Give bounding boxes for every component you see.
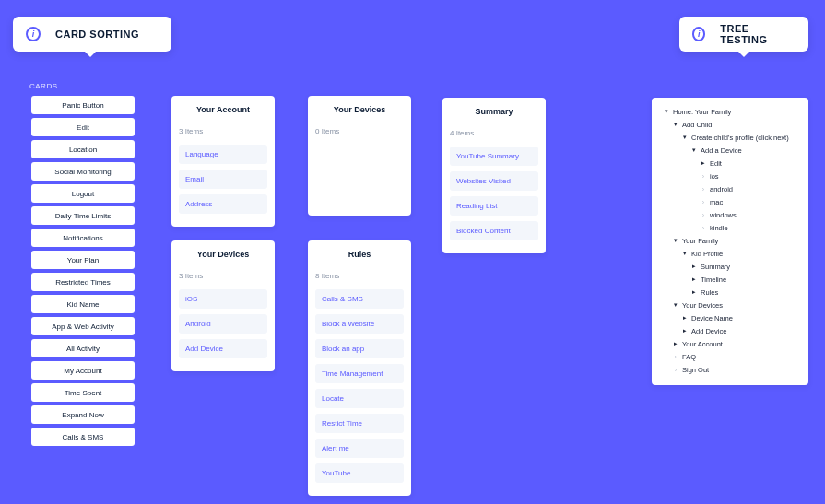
tree-label: Rules — [701, 288, 718, 297]
card-item[interactable]: Calls & SMS — [31, 428, 135, 446]
chevron-down-icon[interactable]: ▾ — [672, 237, 679, 244]
column-item[interactable]: Reading List — [450, 196, 538, 216]
card-item[interactable]: Notifications — [31, 229, 135, 247]
tree-row[interactable]: ›Sign Out — [657, 363, 803, 376]
card-item[interactable]: Restricted Times — [31, 273, 135, 291]
tree-row[interactable]: ▸Your Account — [657, 337, 803, 350]
tree-row[interactable]: ›mac — [657, 195, 803, 208]
card-item[interactable]: App & Web Activity — [31, 317, 135, 335]
card-item[interactable]: Edit — [31, 118, 135, 136]
column-item[interactable]: Block an app — [315, 339, 404, 358]
column-count: 8 Items — [315, 272, 404, 280]
bullet-icon: › — [672, 354, 679, 360]
sort-column-devices-c[interactable]: Your Devices0 Items — [308, 96, 411, 216]
column-item[interactable]: Websites Visited — [450, 171, 538, 191]
tree-row[interactable]: ›FAQ — [657, 350, 803, 363]
card-item[interactable]: My Account — [31, 361, 135, 380]
column-item[interactable]: Restict Time — [315, 414, 404, 433]
card-item[interactable]: Social Monitoring — [31, 162, 135, 181]
tree-label: Add Device — [691, 327, 726, 335]
column-item[interactable]: Locate — [315, 389, 404, 408]
tree-row[interactable]: ▸Device Name — [657, 311, 803, 324]
chevron-down-icon[interactable]: ▾ — [681, 250, 689, 257]
tree-row[interactable]: ▾Add a Device — [657, 144, 803, 157]
tree-label: windows — [710, 211, 737, 219]
tree-label: Timeline — [701, 275, 726, 284]
column-item[interactable]: Time Management — [315, 364, 404, 383]
tree-row[interactable]: ▸Summary — [657, 260, 803, 273]
tree-row[interactable]: ›ios — [657, 170, 803, 182]
card-item[interactable]: Kid Name — [31, 295, 135, 313]
tree-label: mac — [710, 198, 723, 206]
tree-label: Home: Your Family — [673, 108, 731, 116]
tab-card-sorting[interactable]: i CARD SORTING — [13, 17, 171, 52]
tree-row[interactable]: ▾Add Child — [657, 118, 803, 131]
card-item[interactable]: Logout — [31, 184, 135, 203]
chevron-right-icon[interactable]: ▸ — [700, 159, 707, 167]
bullet-icon: › — [700, 212, 707, 218]
column-item[interactable]: YouTube Summary — [450, 147, 538, 166]
sort-column-devices-b[interactable]: Your Devices3 ItemsiOSAndroidAdd Device — [171, 240, 275, 371]
chevron-right-icon[interactable]: ▸ — [690, 275, 698, 283]
chevron-right-icon[interactable]: ▸ — [681, 314, 689, 322]
tree-label: kindle — [710, 224, 728, 232]
card-item[interactable]: Location — [31, 140, 135, 158]
tree-row[interactable]: ▾Kid Profile — [657, 247, 803, 260]
sort-column-account[interactable]: Your Account3 ItemsLanguageEmailAddress — [171, 96, 275, 227]
column-item[interactable]: Email — [179, 170, 267, 189]
tree-row[interactable]: ▾Create child's profile (click next) — [657, 131, 803, 144]
tree-row[interactable]: ▾Home: Your Family — [657, 105, 803, 118]
column-item[interactable]: Calls & SMS — [315, 289, 404, 309]
tab-title: TREE TESTING — [720, 23, 788, 45]
chevron-down-icon[interactable]: ▾ — [672, 301, 679, 309]
chevron-down-icon[interactable]: ▾ — [681, 134, 689, 141]
bullet-icon: › — [672, 367, 679, 373]
tree-row[interactable]: ›windows — [657, 208, 803, 221]
tree-row[interactable]: ▸Rules — [657, 286, 803, 299]
column-item[interactable]: Address — [179, 194, 267, 214]
tree-row[interactable]: ▸Timeline — [657, 273, 803, 286]
column-item[interactable]: Block a Website — [315, 314, 404, 334]
chevron-down-icon[interactable]: ▾ — [690, 147, 698, 154]
tree-label: Create child's profile (click next) — [691, 134, 789, 142]
card-item[interactable]: Daily Time Limits — [31, 206, 135, 225]
tree-row[interactable]: ▾Your Family — [657, 234, 803, 247]
column-count: 4 Items — [450, 129, 538, 137]
sort-column-summary[interactable]: Summary4 ItemsYouTube SummaryWebsites Vi… — [442, 98, 546, 253]
card-item[interactable]: Your Plan — [31, 251, 135, 269]
column-title: Summary — [450, 107, 538, 116]
column-item[interactable]: Language — [179, 145, 267, 164]
tree-label: Add Child — [682, 121, 713, 129]
tab-tree-testing[interactable]: i TREE TESTING — [679, 17, 808, 52]
cards-heading: CARDS — [29, 82, 58, 90]
column-item[interactable]: Blocked Content — [450, 221, 538, 240]
column-item[interactable]: Alert me — [315, 439, 404, 458]
column-title: Your Devices — [179, 250, 267, 259]
tree-row[interactable]: ▸Edit — [657, 157, 803, 170]
sort-column-rules[interactable]: Rules8 ItemsCalls & SMSBlock a WebsiteBl… — [308, 240, 411, 496]
chevron-right-icon[interactable]: ▸ — [690, 263, 698, 270]
column-item[interactable]: Android — [179, 314, 267, 334]
tree-label: Edit — [710, 159, 722, 168]
card-item[interactable]: All Activity — [31, 339, 135, 357]
chevron-right-icon[interactable]: ▸ — [681, 327, 689, 334]
tree-label: Sign Out — [682, 366, 709, 374]
chevron-down-icon[interactable]: ▾ — [663, 108, 670, 115]
column-item[interactable]: YouTube — [315, 463, 404, 483]
card-item[interactable]: Time Spent — [31, 383, 135, 402]
column-item[interactable]: iOS — [179, 289, 267, 309]
tree-label: Device Name — [691, 314, 733, 322]
tree-row[interactable]: ›kindle — [657, 221, 803, 234]
tree-row[interactable]: ›android — [657, 182, 803, 195]
tree-row[interactable]: ▸Add Device — [657, 324, 803, 337]
chevron-right-icon[interactable]: ▸ — [672, 340, 679, 347]
chevron-right-icon[interactable]: ▸ — [690, 288, 698, 296]
chevron-down-icon[interactable]: ▾ — [672, 121, 679, 128]
tree-label: Summary — [701, 263, 730, 271]
card-item[interactable]: Panic Button — [31, 96, 135, 114]
tree-row[interactable]: ▾Your Devices — [657, 299, 803, 311]
tree-panel: ▾Home: Your Family▾Add Child▾Create chil… — [652, 98, 808, 385]
card-item[interactable]: Expand Now — [31, 405, 135, 424]
info-icon: i — [26, 27, 41, 41]
column-item[interactable]: Add Device — [179, 339, 267, 358]
